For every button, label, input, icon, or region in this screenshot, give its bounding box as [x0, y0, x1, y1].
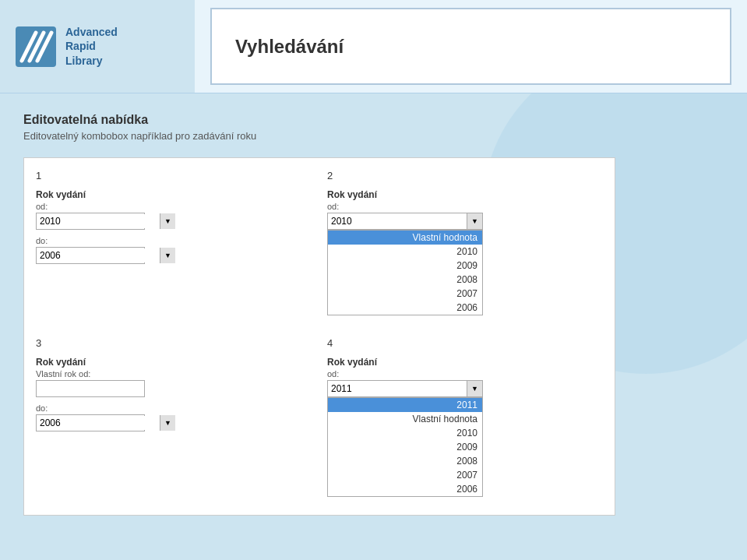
demo-cell-2: 2 Rok vydání od: ▼ Vlastní hodnota 2010 …	[327, 170, 603, 322]
logo-text: Advanced Rapid Library	[65, 25, 118, 68]
cell-2-dropdown-btn[interactable]: ▼	[467, 213, 482, 229]
cell-3-custom-input[interactable]	[36, 380, 145, 397]
logo-name-line2: Rapid	[65, 39, 118, 53]
cell-2-item-2009[interactable]: 2009	[328, 259, 482, 273]
section-subtitle: Editovatelný kombobox například pro zadá…	[23, 130, 724, 142]
section-title: Editovatelná nabídka	[23, 113, 724, 127]
demo-cell-4: 4 Rok vydání od: ▼ 2011 Vlastní hodnota …	[327, 337, 603, 503]
cell-4-number: 4	[327, 337, 603, 349]
cell-3-field-label: Rok vydání	[36, 357, 312, 368]
cell-4-from-label: od:	[327, 369, 603, 379]
logo-icon	[16, 26, 56, 67]
title-area: Vyhledávání	[210, 8, 731, 85]
cell-1-number: 1	[36, 170, 312, 181]
cell-1-field-label: Rok vydání	[36, 189, 312, 200]
cell-1-from-dropdown-btn[interactable]: ▼	[160, 213, 175, 229]
cell-1-to-dropdown-btn[interactable]: ▼	[160, 248, 175, 263]
cell-3-number: 3	[36, 337, 312, 349]
page-wrapper: Advanced Rapid Library Vyhledávání Edito…	[0, 0, 747, 535]
cell-4-field-label: Rok vydání	[327, 357, 603, 368]
cell-1-to-combo[interactable]: ▼	[36, 247, 145, 264]
cell-2-field-label: Rok vydání	[327, 189, 603, 200]
cell-1-to-input[interactable]	[37, 248, 160, 262]
cell-3-to-dropdown-btn[interactable]: ▼	[160, 415, 175, 431]
cell-1-to-group: do: ▼	[36, 236, 312, 264]
demo-cell-3: 3 Rok vydání Vlastní rok od: do: ▼	[36, 337, 312, 503]
cell-4-item-2009[interactable]: 2009	[328, 440, 482, 454]
cell-2-item-vlastni[interactable]: Vlastní hodnota	[328, 231, 482, 245]
cell-3-field-group: Rok vydání Vlastní rok od:	[36, 357, 312, 397]
cell-2-field-group: Rok vydání od: ▼ Vlastní hodnota 2010 20…	[327, 189, 603, 315]
page-title: Vyhledávání	[235, 36, 344, 58]
cell-3-custom-label: Vlastní rok od:	[36, 369, 312, 379]
cell-4-item-2008[interactable]: 2008	[328, 454, 482, 468]
logo-name-line3: Library	[65, 54, 118, 68]
cell-2-item-2006[interactable]: 2006	[328, 301, 482, 315]
cell-1-to-label: do:	[36, 236, 312, 245]
cell-2-from-combo[interactable]: ▼	[327, 213, 483, 230]
cell-4-dropdown-btn[interactable]: ▼	[467, 381, 482, 396]
cell-1-from-input[interactable]	[37, 214, 160, 228]
cell-4-from-combo[interactable]: ▼	[327, 380, 483, 397]
cell-4-field-group: Rok vydání od: ▼ 2011 Vlastní hodnota 20…	[327, 357, 603, 497]
demo-cell-1: 1 Rok vydání od: ▼ do: ▼	[36, 170, 312, 322]
cell-3-to-label: do:	[36, 403, 312, 413]
cell-2-from-input[interactable]	[328, 214, 467, 228]
cell-3-to-group: do: ▼	[36, 403, 312, 431]
header: Advanced Rapid Library Vyhledávání	[0, 0, 747, 93]
cell-1-field-group: Rok vydání od: ▼	[36, 189, 312, 230]
cell-4-item-2011[interactable]: 2011	[328, 398, 482, 412]
cell-4-item-2007[interactable]: 2007	[328, 468, 482, 482]
cell-2-item-2008[interactable]: 2008	[328, 273, 482, 287]
cell-3-to-combo[interactable]: ▼	[36, 414, 145, 431]
cell-2-dropdown-list: Vlastní hodnota 2010 2009 2008 2007 2006	[327, 230, 483, 315]
cell-3-to-input[interactable]	[37, 416, 160, 430]
cell-4-item-2006[interactable]: 2006	[328, 482, 482, 496]
cell-4-item-vlastni[interactable]: Vlastní hodnota	[328, 412, 482, 426]
cell-4-from-input[interactable]	[328, 382, 467, 396]
cell-4-item-2010[interactable]: 2010	[328, 426, 482, 440]
cell-2-item-2007[interactable]: 2007	[328, 287, 482, 301]
cell-4-dropdown-list: 2011 Vlastní hodnota 2010 2009 2008 2007…	[327, 397, 483, 497]
cell-2-from-label: od:	[327, 202, 603, 211]
logo-name-line1: Advanced	[65, 25, 118, 39]
main-content: Editovatelná nabídka Editovatelný kombob…	[0, 93, 747, 535]
cell-1-from-combo[interactable]: ▼	[36, 213, 145, 230]
cell-2-item-2010[interactable]: 2010	[328, 245, 482, 259]
cell-2-number: 2	[327, 170, 603, 181]
logo-area: Advanced Rapid Library	[0, 0, 195, 93]
demo-box: 1 Rok vydání od: ▼ do: ▼	[23, 157, 615, 516]
cell-1-from-label: od:	[36, 202, 312, 211]
